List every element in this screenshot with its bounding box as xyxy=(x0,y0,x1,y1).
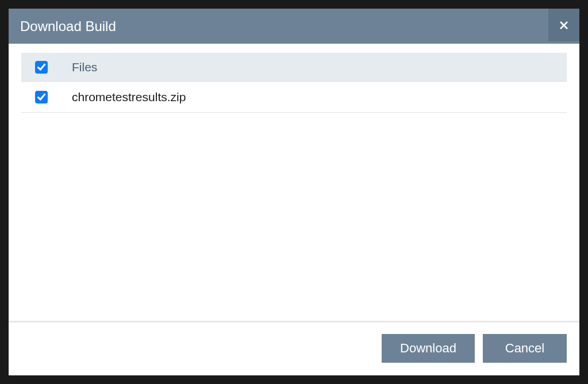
download-build-modal: Download Build Files chrometestresults.z… xyxy=(9,9,579,375)
table-header-row: Files xyxy=(21,53,567,82)
cancel-button[interactable]: Cancel xyxy=(483,334,567,363)
modal-footer: Download Cancel xyxy=(9,322,579,375)
close-icon xyxy=(559,20,569,30)
table-row: chrometestresults.zip xyxy=(21,82,567,113)
file-name: chrometestresults.zip xyxy=(72,90,186,104)
modal-header: Download Build xyxy=(9,9,579,44)
files-table: Files chrometestresults.zip xyxy=(21,53,567,113)
modal-body: Files chrometestresults.zip xyxy=(9,44,579,321)
select-all-cell xyxy=(35,61,72,74)
download-button[interactable]: Download xyxy=(382,334,475,363)
file-checkbox[interactable] xyxy=(35,91,48,103)
select-all-checkbox[interactable] xyxy=(35,61,48,74)
row-checkbox-cell xyxy=(35,91,72,103)
close-button[interactable] xyxy=(548,9,579,41)
modal-title: Download Build xyxy=(20,18,116,34)
files-column-header: Files xyxy=(72,60,97,74)
